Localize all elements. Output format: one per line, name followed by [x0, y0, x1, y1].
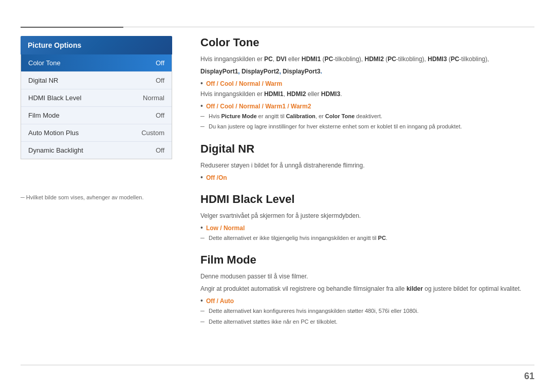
sidebar-item-value: Normal	[143, 94, 164, 102]
bullet-item: •Off / Cool / Normal / Warm	[200, 79, 534, 87]
bullet-item: •Low / Normal	[200, 223, 534, 232]
note-dash: ─	[200, 123, 206, 129]
section-digital-nr: Digital NRReduserer støyen i bildet for …	[200, 142, 534, 181]
sidebar-item-value: Off	[156, 59, 164, 67]
note-dash: ─	[200, 113, 206, 119]
bullet-item: •Off /On	[200, 173, 534, 181]
section-film-mode: Film ModeDenne modusen passer til å vise…	[200, 253, 534, 326]
main-content: Color ToneHvis inngangskilden er PC, DVI…	[200, 36, 534, 371]
page-number: 61	[524, 371, 534, 382]
sidebar-item-value: Custom	[141, 129, 164, 137]
bullet-dot: •	[200, 223, 203, 232]
note-line: ─Du kan justere og lagre innstillinger f…	[200, 123, 534, 130]
sidebar-item-value: Off	[156, 146, 164, 154]
note-line: ─Dette alternativet kan konfigureres hvi…	[200, 307, 534, 315]
note-line: ─Dette alternativet støttes ikke når en …	[200, 318, 534, 326]
note-text: Dette alternativet støttes ikke når en P…	[209, 318, 338, 326]
section-paragraph: Reduserer støyen i bildet for å unngå di…	[200, 161, 534, 170]
sidebar-item-film-mode[interactable]: Film ModeOff	[21, 107, 172, 124]
sidebar-item-value: Off	[156, 77, 164, 84]
sidebar-item-label: HDMI Black Level	[28, 94, 81, 102]
bullet-dot: •	[200, 296, 203, 305]
sidebar-footnote: ─ Hvilket bilde som vises, avhenger av m…	[21, 194, 144, 200]
bullet-dot: •	[200, 173, 203, 181]
note-text: Du kan justere og lagre innstillinger fo…	[209, 123, 462, 130]
sidebar-item-auto-motion-plus[interactable]: Auto Motion PlusCustom	[21, 124, 172, 142]
section-paragraph: Hvis inngangskilden er HDMI1, HDMI2 elle…	[200, 89, 534, 99]
bullet-item: •Off / Cool / Normal / Warm1 / Warm2	[200, 102, 534, 110]
sidebar-item-label: Auto Motion Plus	[28, 129, 79, 137]
section-hdmi-black-level: HDMI Black LevelVelger svartnivået på sk…	[200, 193, 534, 242]
bullet-text: Off / Cool / Normal / Warm1 / Warm2	[206, 103, 311, 110]
sidebar-item-digital-nr[interactable]: Digital NROff	[21, 72, 172, 89]
section-paragraph: Velger svartnivået på skjermen for å jus…	[200, 211, 534, 220]
sidebar-item-label: Color Tone	[28, 59, 61, 67]
top-progress	[21, 27, 123, 28]
section-title-film-mode: Film Mode	[200, 253, 534, 267]
sidebar-item-label: Film Mode	[28, 111, 60, 119]
note-dash: ─	[200, 319, 206, 325]
bullet-dot: •	[200, 102, 203, 110]
bullet-text: Off / Auto	[206, 297, 234, 305]
section-paragraph: Angir at produktet automatisk vil regist…	[200, 284, 534, 293]
section-title-color-tone: Color Tone	[200, 36, 534, 49]
sidebar-title: Picture Options	[21, 36, 172, 54]
note-line: ─Dette alternativet er ikke tilgjengelig…	[200, 234, 534, 242]
note-text: Dette alternativet er ikke tilgjengelig …	[209, 234, 387, 242]
bullet-text: Off /On	[206, 174, 227, 181]
sidebar-item-label: Dynamic Backlight	[28, 146, 83, 154]
bullet-text: Low / Normal	[206, 225, 245, 232]
sidebar-item-value: Off	[156, 111, 164, 119]
note-line: ─Hvis Picture Mode er angitt til Calibra…	[200, 113, 534, 120]
sidebar-item-hdmi-black-level[interactable]: HDMI Black LevelNormal	[21, 89, 172, 107]
bullet-item: •Off / Auto	[200, 296, 534, 305]
sidebar-item-color-tone[interactable]: Color ToneOff	[21, 54, 172, 72]
section-paragraph: Denne modusen passer til å vise filmer.	[200, 272, 534, 281]
bullet-dot: •	[200, 79, 203, 87]
sidebar-menu: Color ToneOffDigital NROffHDMI Black Lev…	[21, 54, 172, 159]
note-text: Hvis Picture Mode er angitt til Calibrat…	[209, 113, 382, 120]
note-text: Dette alternativet kan konfigureres hvis…	[209, 307, 418, 315]
sidebar-item-dynamic-backlight[interactable]: Dynamic BacklightOff	[21, 142, 172, 159]
bullet-text: Off / Cool / Normal / Warm	[206, 80, 282, 87]
section-title-digital-nr: Digital NR	[200, 142, 534, 156]
note-dash: ─	[200, 235, 206, 241]
bottom-divider	[21, 365, 534, 365]
sidebar-item-label: Digital NR	[28, 77, 59, 84]
section-title-hdmi-black-level: HDMI Black Level	[200, 193, 534, 206]
note-dash: ─	[200, 308, 206, 314]
section-paragraph: DisplayPort1, DisplayPort2, DisplayPort3…	[200, 67, 534, 76]
section-color-tone: Color ToneHvis inngangskilden er PC, DVI…	[200, 36, 534, 131]
section-paragraph: Hvis inngangskilden er PC, DVI eller HDM…	[200, 54, 534, 64]
sidebar: Picture Options Color ToneOffDigital NRO…	[21, 36, 172, 159]
